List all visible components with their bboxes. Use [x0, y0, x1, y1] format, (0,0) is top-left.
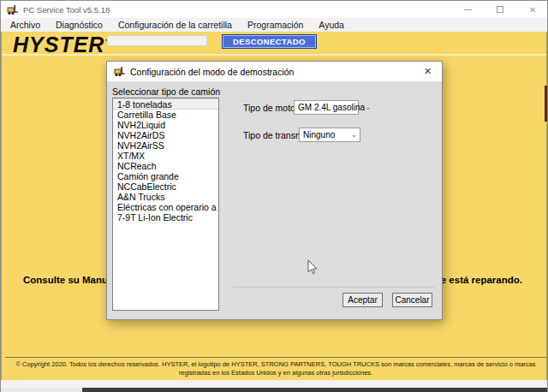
menu-archivo[interactable]: Archivo	[3, 18, 48, 32]
truck-type-list-label: Seleccionar tipo de camión	[112, 86, 220, 97]
menu-configuracion-carretilla[interactable]: Configuración de la carretilla	[110, 18, 240, 32]
copyright-footer: © Copyright 2020. Todos los derechos res…	[5, 357, 546, 380]
truck-type-option[interactable]: NVH2AirDS	[113, 130, 218, 140]
close-button[interactable]: ✕	[523, 3, 542, 16]
truck-type-option[interactable]: Carretilla Base	[113, 110, 218, 120]
truck-type-option[interactable]: XT/MX	[113, 151, 218, 161]
window-title: PC Service Tool v5.5.18	[23, 5, 110, 15]
truck-type-option[interactable]: NCReach	[113, 161, 218, 171]
menu-bar: Archivo Diagnóstico Configuración de la …	[1, 18, 547, 32]
motor-type-value: GM 2.4L gasolina	[295, 103, 365, 112]
transmission-type-select[interactable]: Ninguno ⌄	[299, 128, 360, 142]
demo-mode-dialog: Configuración del modo de demostración ✕…	[106, 61, 443, 320]
desktop-background-sliver	[545, 86, 547, 122]
cancelar-button[interactable]: Cancelar	[392, 293, 432, 307]
truck-type-option[interactable]: Camión grande	[113, 171, 218, 181]
manual-notice-right-fragment: ue está reparando.	[435, 275, 522, 285]
forklift-icon	[7, 4, 18, 15]
menu-diagnostico[interactable]: Diagnóstico	[48, 18, 110, 32]
chevron-down-icon: ⌄	[348, 128, 360, 141]
truck-type-option[interactable]: 7-9T Li-Ion Electric	[113, 212, 218, 223]
taskbar-left-segment	[1, 388, 82, 392]
header-separator	[2, 54, 546, 56]
minimize-button[interactable]	[458, 3, 477, 16]
maximize-button[interactable]	[491, 3, 509, 16]
truck-type-option[interactable]: A&N Trucks	[113, 192, 218, 202]
motor-type-select[interactable]: GM 2.4L gasolina ⌄	[294, 100, 359, 115]
copyright-text: © Copyright 2020. Todos los derechos res…	[12, 360, 539, 377]
truck-type-option[interactable]: Eléctricas con operario a bordo	[113, 202, 218, 212]
truck-type-option[interactable]: NVH2Liquid	[113, 120, 218, 130]
close-icon: ✕	[529, 5, 536, 15]
disconnected-status-button[interactable]: DESCONECTADO	[222, 34, 317, 49]
dialog-separator	[233, 287, 434, 288]
window-bottom-strip	[1, 380, 547, 388]
truck-type-listbox[interactable]: 1-8 toneladas Carretilla Base NVH2Liquid…	[112, 98, 219, 311]
taskbar[interactable]	[1, 388, 547, 392]
chevron-down-icon: ⌄	[365, 101, 372, 114]
menu-programacion[interactable]: Programación	[240, 18, 311, 32]
manual-notice-left-fragment: Consulte su Manua	[23, 275, 113, 285]
minimize-icon	[464, 9, 472, 10]
window-titlebar: PC Service Tool v5.5.18 ✕	[1, 1, 547, 18]
truck-type-option[interactable]: NVH2AirSS	[113, 140, 218, 151]
app-window: PC Service Tool v5.5.18 ✕ Archivo Diagnó…	[0, 0, 548, 392]
motor-type-label: Tipo de motor	[243, 103, 298, 113]
maximize-icon	[497, 6, 503, 13]
truck-type-option[interactable]: NCCabElectric	[113, 181, 218, 192]
connection-input[interactable]	[107, 35, 207, 46]
dialog-titlebar: Configuración del modo de demostración ✕	[107, 62, 442, 81]
forklift-icon	[114, 66, 125, 77]
mouse-cursor-icon	[307, 259, 318, 276]
dialog-body: Seleccionar tipo de camión 1-8 toneladas…	[107, 81, 442, 321]
transmission-type-value: Ninguno	[300, 130, 348, 140]
truck-type-option[interactable]: 1-8 toneladas	[113, 98, 218, 110]
dialog-close-button[interactable]: ✕	[421, 65, 434, 78]
menu-ayuda[interactable]: Ayuda	[311, 18, 352, 32]
aceptar-button[interactable]: Aceptar	[342, 293, 383, 307]
dialog-title: Configuración del modo de demostración	[130, 67, 294, 77]
